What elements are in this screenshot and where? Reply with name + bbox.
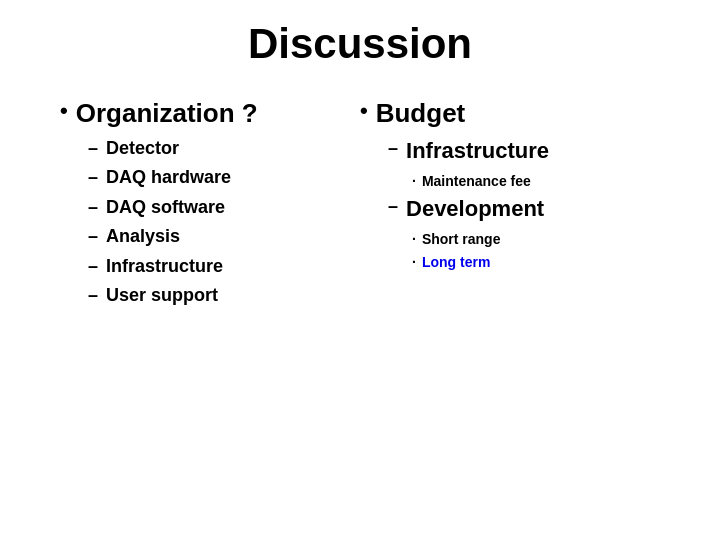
- sub-label: DAQ software: [106, 196, 225, 219]
- dash-icon: –: [88, 166, 98, 189]
- page: Discussion • Organization ? – Detector –…: [0, 0, 720, 540]
- right-bullet: •: [360, 98, 368, 124]
- right-top-label: Budget: [376, 98, 466, 129]
- sub-label: Development: [406, 195, 544, 224]
- sub-label: DAQ hardware: [106, 166, 231, 189]
- dash-icon: –: [388, 195, 398, 218]
- right-column: • Budget – Infrastructure · Maintenance …: [360, 98, 660, 313]
- small-bullet-icon: ·: [412, 230, 416, 250]
- list-item: · Long term: [412, 253, 660, 273]
- left-sub-list: – Detector – DAQ hardware – DAQ software…: [88, 137, 360, 307]
- page-title: Discussion: [40, 20, 680, 68]
- left-top-label: Organization ?: [76, 98, 258, 129]
- sub-sub-label: Maintenance fee: [422, 172, 531, 192]
- content-area: • Organization ? – Detector – DAQ hardwa…: [40, 98, 680, 313]
- sub-label: Analysis: [106, 225, 180, 248]
- dash-icon: –: [88, 255, 98, 278]
- sub-label: Detector: [106, 137, 179, 160]
- list-item: – Infrastructure: [88, 255, 360, 278]
- list-item: · Maintenance fee: [412, 172, 660, 192]
- right-sub-sub-list-2: · Short range · Long term: [412, 230, 660, 273]
- list-item: – Development: [388, 195, 660, 224]
- dash-icon: –: [88, 137, 98, 160]
- list-item: – DAQ hardware: [88, 166, 360, 189]
- sub-label: Infrastructure: [106, 255, 223, 278]
- right-top-item: • Budget: [360, 98, 660, 129]
- list-item: – Detector: [88, 137, 360, 160]
- sub-label: Infrastructure: [406, 137, 549, 166]
- sub-label: User support: [106, 284, 218, 307]
- list-item: – Analysis: [88, 225, 360, 248]
- left-top-item: • Organization ?: [60, 98, 360, 129]
- long-term-label: Long term: [422, 253, 490, 273]
- short-range-label: Short range: [422, 230, 501, 250]
- dash-icon: –: [88, 196, 98, 219]
- list-item: – Infrastructure: [388, 137, 660, 166]
- list-item: · Short range: [412, 230, 660, 250]
- small-bullet-icon: ·: [412, 172, 416, 192]
- list-item: – User support: [88, 284, 360, 307]
- dash-icon: –: [388, 137, 398, 160]
- dash-icon: –: [88, 225, 98, 248]
- left-bullet: •: [60, 98, 68, 124]
- right-sub-sub-list-1: · Maintenance fee: [412, 172, 660, 192]
- dash-icon: –: [88, 284, 98, 307]
- right-sub-list: – Infrastructure · Maintenance fee – Dev…: [388, 137, 660, 273]
- list-item: – DAQ software: [88, 196, 360, 219]
- left-column: • Organization ? – Detector – DAQ hardwa…: [60, 98, 360, 313]
- small-bullet-icon: ·: [412, 253, 416, 273]
